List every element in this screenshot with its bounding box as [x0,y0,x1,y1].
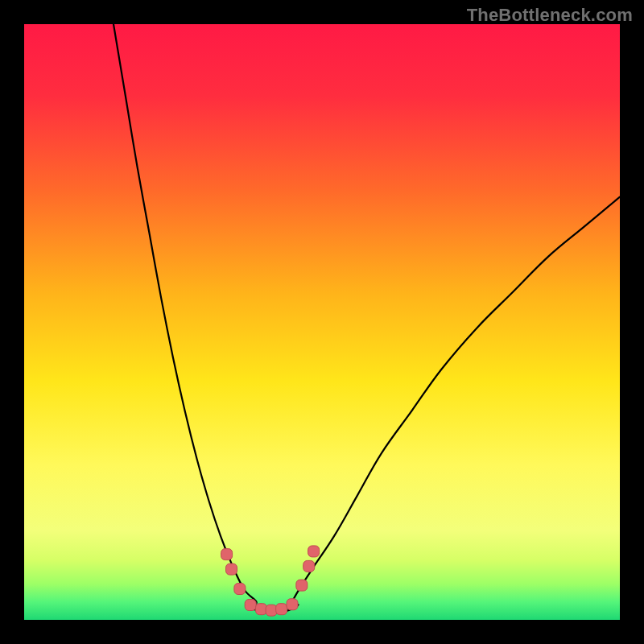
marker-dot [245,600,256,611]
marker-dot [256,604,267,615]
bottleneck-chart [24,24,620,620]
marker-dot [266,605,277,616]
marker-dot [276,604,287,615]
plot-area [24,24,620,620]
marker-dot [287,599,298,610]
marker-dot [234,584,246,595]
marker-dot [226,564,237,575]
marker-dot [303,560,315,572]
marker-dot [308,546,320,557]
chart-frame: TheBottleneck.com [0,0,644,644]
watermark-text: TheBottleneck.com [467,5,633,26]
marker-dot [221,549,233,560]
marker-dot [296,580,308,591]
gradient-background [24,24,620,620]
